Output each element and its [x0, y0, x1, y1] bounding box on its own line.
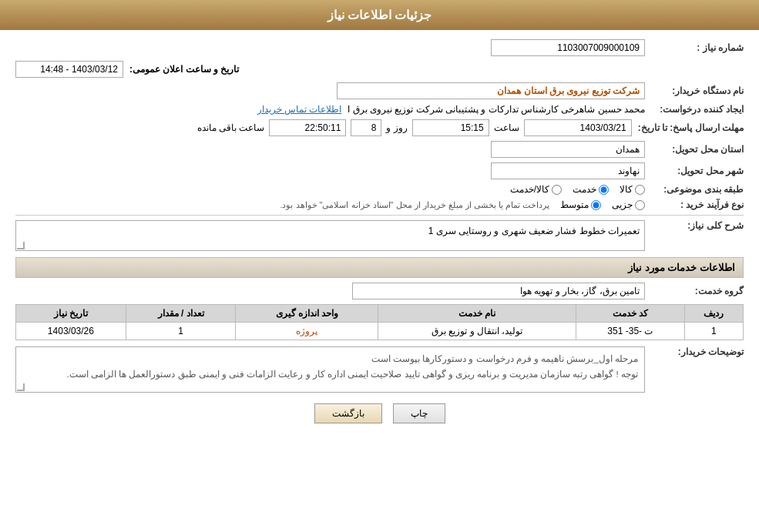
motovaset-label[interactable]: متوسط — [560, 199, 601, 210]
namdastgah-row: نام دستگاه خریدار: شرکت توزیع نیروی برق … — [15, 82, 744, 99]
notes-label: توضیحات خریدار: — [651, 346, 744, 357]
th-tarikh: تاریخ نیاز — [16, 305, 126, 323]
purchase-note: پرداخت تمام یا بخشی از مبلغ خریدار از مح… — [280, 200, 549, 210]
khedmat-radio-label[interactable]: خدمت — [573, 184, 609, 195]
date-value: 1403/03/21 — [524, 119, 632, 136]
th-tedad: تعداد / مقدار — [126, 305, 236, 323]
ijad-label: ایجاد کننده درخواست: — [651, 104, 744, 115]
page-title: جزئیات اطلاعات نیاز — [327, 8, 432, 22]
notes-row: توضیحات خریدار: مرحله اول_برسش ناهیمه و … — [15, 346, 744, 393]
navaa-label: نوع فرآیند خرید : — [651, 199, 744, 210]
notes-value: مرحله اول_برسش ناهیمه و فرم درخواست و دس… — [15, 346, 645, 393]
kala-radio[interactable] — [635, 185, 645, 195]
kala-radio-label[interactable]: کالا — [620, 184, 645, 195]
jozii-radio[interactable] — [635, 200, 645, 210]
td-vahed: پروژه — [236, 323, 378, 340]
table-row: 1ت -35- 351تولید، انتقال و توزیع برقپروژ… — [16, 323, 744, 340]
ijad-row: ایجاد کننده درخواست: محمد حسین شاهرخی کا… — [15, 104, 744, 115]
shomara-label: شماره نیاز : — [651, 42, 744, 53]
services-section-title: اطلاعات خدمات مورد نیاز — [15, 257, 744, 278]
tarikh-row: تاریخ و ساعت اعلان عمومی: 1403/03/12 - 1… — [15, 61, 744, 78]
date-group: 1403/03/21 ساعت 15:15 روز و 8 22:50:11 س… — [197, 119, 632, 136]
baqi-label: ساعت باقی مانده — [197, 122, 265, 133]
kala-label-text: کالا — [620, 184, 633, 195]
baqi-value: 22:50:11 — [269, 119, 346, 136]
kalakhedmat-radio-label[interactable]: کالا/خدمت — [510, 184, 562, 195]
shomara-row: شماره نیاز : 1103007009000109 — [15, 39, 744, 56]
grooh-row: گروه خدمت: تامین برق، گاز، بخار و تهویه … — [15, 283, 744, 299]
shahr-value: نهاوند — [491, 162, 645, 179]
navaa-row: نوع فرآیند خرید : جزیی متوسط پرداخت تمام… — [15, 199, 744, 210]
namdastgah-value: شرکت توزیع نیروی برق استان همدان — [337, 82, 645, 99]
td-tarikh: 1403/03/26 — [16, 323, 126, 340]
back-button[interactable]: بازگشت — [314, 403, 382, 423]
th-nam: نام خدمت — [378, 305, 576, 323]
td-radif: 1 — [684, 323, 743, 340]
contact-link[interactable]: اطلاعات تماس خریدار — [257, 104, 342, 115]
page-header: جزئیات اطلاعات نیاز — [0, 0, 759, 30]
tabaqa-label: طبقه بندی موضوعی: — [651, 184, 744, 195]
khedmat-label-text: خدمت — [573, 184, 596, 195]
motovaset-radio[interactable] — [591, 200, 601, 210]
sharh-label: شرح کلی نیاز: — [651, 220, 744, 231]
content-area: شماره نیاز : 1103007009000109 تاریخ و سا… — [0, 30, 759, 443]
td-nam: تولید، انتقال و توزیع برق — [378, 323, 576, 340]
footer-buttons: چاپ بازگشت — [15, 403, 744, 434]
ostan-value: همدان — [491, 141, 645, 158]
th-radif: ردیف — [684, 305, 743, 323]
th-vahed: واحد اندازه گیری — [236, 305, 378, 323]
tabaqa-radios: کالا خدمت کالا/خدمت — [510, 184, 645, 195]
saat-label: ساعت — [494, 122, 519, 133]
tabaqa-row: طبقه بندی موضوعی: کالا خدمت کالا/خدمت — [15, 184, 744, 195]
sharh-value: تعمیرات خطوط فشار ضعیف شهری و روستایی سر… — [15, 220, 645, 251]
td-kod: ت -35- 351 — [576, 323, 685, 340]
td-tedad: 1 — [126, 323, 236, 340]
purchase-group: جزیی متوسط پرداخت تمام یا بخشی از مبلغ خ… — [280, 199, 645, 210]
page-wrapper: جزئیات اطلاعات نیاز شماره نیاز : 1103007… — [0, 0, 759, 532]
ostan-label: استان محل تحویل: — [651, 144, 744, 155]
print-button[interactable]: چاپ — [393, 403, 445, 423]
rooz-label: روز و — [386, 122, 407, 133]
ostan-row: استان محل تحویل: همدان — [15, 141, 744, 158]
shomara-value: 1103007009000109 — [491, 39, 645, 56]
grooh-label: گروه خدمت: — [651, 286, 744, 296]
saat-value: 15:15 — [412, 119, 489, 136]
notes-wrap: مرحله اول_برسش ناهیمه و فرم درخواست و دس… — [15, 346, 645, 393]
motovaset-text: متوسط — [560, 199, 589, 210]
khedmat-radio[interactable] — [599, 185, 609, 195]
th-kod: کد خدمت — [576, 305, 685, 323]
divider1 — [15, 215, 744, 216]
shahr-row: شهر محل تحویل: نهاوند — [15, 162, 744, 179]
rooz-value: 8 — [351, 119, 381, 136]
tarikh-saat-label: تاریخ و ساعت اعلان عمومی: — [129, 64, 239, 75]
jozii-text: جزیی — [612, 199, 633, 210]
sharh-row: شرح کلی نیاز: تعمیرات خطوط فشار ضعیف شهر… — [15, 220, 744, 251]
grooh-value: تامین برق، گاز، بخار و تهویه هوا — [352, 283, 645, 299]
services-table: ردیف کد خدمت نام خدمت واحد اندازه گیری ت… — [15, 304, 744, 340]
kalakhedmat-label-text: کالا/خدمت — [510, 184, 549, 195]
kalakhedmat-radio[interactable] — [552, 185, 562, 195]
shahr-label: شهر محل تحویل: — [651, 166, 744, 176]
sharh-wrap: تعمیرات خطوط فشار ضعیف شهری و روستایی سر… — [15, 220, 645, 251]
ijad-value: محمد حسین شاهرخی کارشناس تدارکات و پشتیب… — [348, 104, 645, 115]
namdastgah-label: نام دستگاه خریدار: — [651, 85, 744, 96]
mohlat-row: مهلت ارسال پاسخ: تا تاریخ: 1403/03/21 سا… — [15, 119, 744, 136]
mohlat-label: مهلت ارسال پاسخ: تا تاریخ: — [638, 122, 744, 133]
tarikh-saat-value: 1403/03/12 - 14:48 — [15, 61, 123, 78]
jozii-label[interactable]: جزیی — [612, 199, 645, 210]
